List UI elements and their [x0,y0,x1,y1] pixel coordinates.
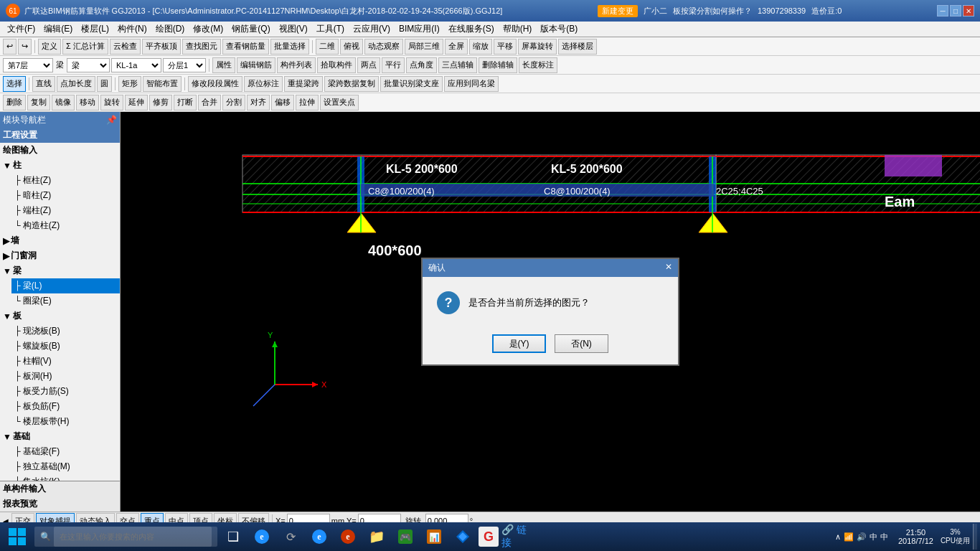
toolbar-merge[interactable]: 合并 [198,95,221,110]
taskbar-folder[interactable]: 📁 [364,524,390,550]
toolbar-align[interactable]: 对齐 [247,95,270,110]
tree-end-col[interactable]: ├ 端柱(Z) [11,203,120,218]
tree-beam-L[interactable]: ├ 梁(L) [11,278,120,293]
floor-select[interactable]: 第7层 [3,58,53,72]
toolbar-delete[interactable]: 删除 [3,95,26,110]
toolbar-extend[interactable]: 延伸 [125,95,148,110]
menu-online[interactable]: 在线服务(S) [444,22,499,37]
toolbar-pick-member[interactable]: 拾取构件 [317,57,356,73]
taskbar-search-input[interactable] [54,527,212,547]
toolbar-align-top[interactable]: 平齐板顶 [142,39,181,55]
toolbar-2d[interactable]: 二维 [316,39,339,55]
nav-draw-input[interactable]: 绘图输入 [0,143,120,158]
sublayer-select[interactable]: 分层1 [163,58,206,72]
menu-floor[interactable]: 楼层(L) [77,22,113,37]
tree-spiral-slab[interactable]: ├ 螺旋板(B) [11,339,120,354]
tree-frame-col[interactable]: ├ 框柱(Z) [11,173,120,188]
toolbar-move[interactable]: 移动 [76,95,99,110]
menu-edit[interactable]: 编辑(E) [39,22,77,37]
maximize-button[interactable]: □ [950,5,961,17]
dialog-yes-button[interactable]: 是(Y) [492,334,546,353]
canvas-area[interactable]: KL-5 200*600 KL-5 200*600 C8@100/200(4) … [121,112,980,512]
menu-help[interactable]: 帮助(H) [499,22,537,37]
toolbar-smart-place[interactable]: 智能布置 [143,76,182,92]
tree-dark-col[interactable]: ├ 暗柱(Z) [11,188,120,203]
toolbar-length-mark[interactable]: 长度标注 [519,57,557,73]
time-display[interactable]: 21:50 2018/7/12 [894,528,938,545]
toolbar-edit-rebar[interactable]: 编辑钢筋 [237,57,275,73]
tree-slab-rebar[interactable]: ├ 板受力筋(S) [11,384,120,399]
toolbar-parallel[interactable]: 平行 [382,57,405,73]
tree-struct-col[interactable]: └ 构造柱(Z) [11,218,120,233]
network-icon[interactable]: 📶 [844,532,854,542]
taskbar-ie2[interactable]: e [306,524,332,550]
toolbar-zoom[interactable]: 缩放 [469,39,492,55]
toolbar-apply-same-name[interactable]: 应用到同名梁 [444,76,499,92]
toolbar-copy[interactable]: 复制 [27,95,50,110]
toolbar-calc[interactable]: Σ 汇总计算 [62,39,108,55]
member-type-select[interactable]: 梁 [67,58,110,72]
tree-col-cap[interactable]: ├ 柱帽(V) [11,354,120,369]
toolbar-find[interactable]: 查找图元 [182,39,221,55]
tree-beam-group[interactable]: ▼ 梁 [0,263,120,278]
nav-project-settings[interactable]: 工程设置 [0,128,120,143]
nav-single-member[interactable]: 单构件输入 [0,481,120,496]
toolbar-circle[interactable]: 圆 [97,76,112,92]
tree-sump[interactable]: ├ 集水坑(K) [11,474,120,481]
cad-canvas[interactable]: KL-5 200*600 KL-5 200*600 C8@100/200(4) … [121,112,980,512]
menu-version[interactable]: 版本号(B) [536,22,582,37]
toolbar-select[interactable]: 选择 [3,76,26,92]
taskbar-task-view[interactable]: ❑ [220,524,246,550]
tree-ind-found[interactable]: ├ 独立基础(M) [11,459,120,474]
tree-wall-group[interactable]: ▶ 墙 [0,233,120,248]
menu-file[interactable]: 文件(F) [3,22,39,37]
tree-slab-neg-rebar[interactable]: ├ 板负筋(F) [11,399,120,414]
tree-window-group[interactable]: ▶ 门窗洞 [0,248,120,263]
toolbar-rect[interactable]: 矩形 [118,76,141,92]
tree-slab-strip[interactable]: └ 楼层板带(H) [11,414,120,429]
toolbar-select-floor[interactable]: 选择楼层 [558,39,597,55]
taskbar-game[interactable]: 🎮 [392,524,418,550]
element-select[interactable]: KL-1a [111,58,161,72]
toolbar-point-length[interactable]: 点加长度 [57,76,95,92]
tree-foundation-group[interactable]: ▼ 基础 [0,429,120,444]
tree-found-beam[interactable]: ├ 基础梁(F) [11,444,120,459]
toolbar-3point-aux[interactable]: 三点辅轴 [438,57,477,73]
menu-modify[interactable]: 修改(M) [189,22,227,37]
tree-cast-slab[interactable]: ├ 现浇板(B) [11,324,120,339]
taskbar-G[interactable]: G [479,527,499,547]
toolbar-break[interactable]: 打断 [174,95,197,110]
toolbar-in-situ-mark[interactable]: 原位标注 [244,76,283,92]
menu-member[interactable]: 构件(N) [113,22,151,37]
toolbar-redo[interactable]: ↪ [18,39,32,55]
menu-bim[interactable]: BIM应用(I) [395,22,444,37]
toolbar-angle[interactable]: 点角度 [406,57,437,73]
nav-report[interactable]: 报表预览 [0,496,120,512]
menu-cloud[interactable]: 云应用(V) [349,22,395,37]
taskbar-link[interactable]: 🔗 链接 [501,524,527,550]
toolbar-batch-select[interactable]: 批量选择 [270,39,309,55]
taskbar-blue-diamond[interactable] [450,524,476,550]
ime2-label[interactable]: 中 [880,532,888,542]
toolbar-top-view[interactable]: 俯视 [340,39,363,55]
panel-pin-icon[interactable]: 📌 [106,115,117,125]
toolbar-properties[interactable]: 属性 [212,57,235,73]
start-button[interactable] [3,524,32,550]
menu-view[interactable]: 视图(V) [275,22,312,37]
tree-slab-group[interactable]: ▼ 板 [0,309,120,324]
toolbar-set-grip[interactable]: 设置夹点 [320,95,359,110]
toolbar-cloud-check[interactable]: 云检查 [110,39,141,55]
toolbar-mirror[interactable]: 镜像 [52,95,75,110]
menu-draw[interactable]: 绘图(D) [151,22,189,37]
toolbar-split[interactable]: 分割 [222,95,245,110]
taskbar-refresh[interactable]: ⟳ [278,524,303,550]
tree-slab-hole[interactable]: ├ 板洞(H) [11,369,120,384]
show-desktop-btn[interactable] [973,524,977,550]
menu-tools[interactable]: 工具(T) [312,22,349,37]
taskbar-ie3[interactable]: e [335,524,361,550]
toolbar-pan[interactable]: 平移 [494,39,517,55]
tree-ring-beam[interactable]: └ 圈梁(E) [11,293,120,309]
dialog-close-icon[interactable]: ✕ [665,262,672,274]
taskbar-stats[interactable]: 📊 [421,524,447,550]
toolbar-fullscreen[interactable]: 全屏 [445,39,468,55]
